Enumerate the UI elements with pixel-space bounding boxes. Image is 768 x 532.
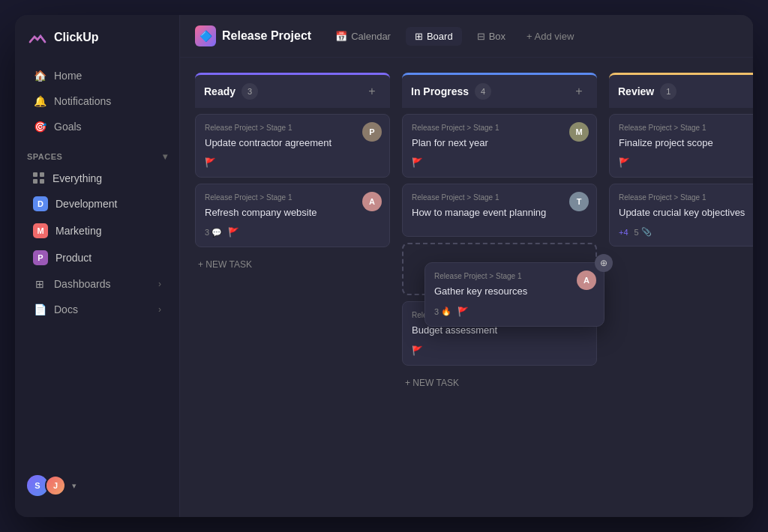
sidebar: ClickUp 🏠 Home 🔔 Notifications 🎯 Goals S…: [15, 15, 180, 517]
card-meta: Release Project > Stage 1: [619, 193, 753, 202]
user-dropdown-icon: ▾: [72, 481, 76, 491]
add-view-button[interactable]: + Add view: [520, 27, 580, 46]
new-task-button-ready[interactable]: + NEW TASK: [195, 253, 390, 276]
app-window: ClickUp 🏠 Home 🔔 Notifications 🎯 Goals S…: [15, 15, 753, 517]
product-badge: P: [33, 250, 48, 265]
column-inprogress-cards: Release Project > Stage 1 Plan for next …: [402, 108, 597, 372]
tab-calendar[interactable]: 📅 Calendar: [326, 27, 400, 46]
chevron-right-icon-docs: ›: [158, 304, 161, 315]
flag-icon-orange: 🚩: [412, 157, 423, 168]
tooltip-card-title: Gather key resources: [434, 285, 595, 298]
sidebar-item-marketing-label: Marketing: [56, 225, 101, 237]
card-meta: Release Project > Stage 1: [205, 193, 380, 202]
chevron-down-icon[interactable]: ▾: [163, 151, 168, 162]
tab-calendar-label: Calendar: [351, 31, 391, 42]
column-inprogress: In Progress 4 + Release Project > Stage …: [402, 73, 597, 394]
tooltip-stat: 3 🔥: [434, 306, 452, 316]
sidebar-item-marketing[interactable]: M Marketing: [21, 218, 173, 244]
sidebar-item-docs[interactable]: 📄 Docs ›: [21, 297, 173, 321]
card-avatar: P: [362, 122, 382, 142]
card-title: How to manage event planning: [412, 206, 587, 220]
bell-icon: 🔔: [33, 95, 46, 107]
sidebar-item-product[interactable]: P Product: [21, 245, 173, 270]
column-review: Review 1 + Release Project > Stage 1 Fin…: [609, 73, 753, 253]
card-extra-stat: +4: [619, 228, 628, 237]
card-avatar: M: [569, 122, 589, 142]
card-title: Update contractor agreement: [205, 136, 380, 150]
task-card-update-contractor[interactable]: Release Project > Stage 1 Update contrac…: [195, 114, 390, 178]
column-review-cards: Release Project > Stage 1 Finalize proje…: [609, 108, 753, 253]
column-ready-add-button[interactable]: +: [363, 82, 381, 100]
task-card-plan-next-year[interactable]: Release Project > Stage 1 Plan for next …: [402, 114, 597, 178]
column-review-count: 1: [660, 83, 676, 100]
column-review-title: Review: [618, 85, 654, 97]
logo[interactable]: ClickUp: [15, 27, 179, 63]
topbar: 🔷 Release Project 📅 Calendar ⊞ Board ⊟ B…: [180, 15, 753, 58]
marketing-badge: M: [33, 223, 48, 238]
column-inprogress-count: 4: [475, 83, 491, 100]
fire-icon: 🔥: [441, 306, 452, 316]
card-stat-count: 3 💬: [205, 228, 222, 238]
sidebar-item-docs-label: Docs: [54, 303, 78, 315]
board-icon: ⊞: [415, 31, 423, 42]
grid-icon: [33, 172, 45, 184]
column-ready-cards: Release Project > Stage 1 Update contrac…: [195, 108, 390, 253]
sidebar-item-development-label: Development: [56, 198, 118, 210]
card-footer: 3 💬 🚩: [205, 227, 380, 238]
sidebar-item-dashboards-label: Dashboards: [54, 278, 111, 290]
column-ready-header: Ready 3 +: [195, 73, 390, 108]
new-task-button-inprogress[interactable]: + NEW TASK: [402, 372, 597, 394]
flag-icon-green: 🚩: [228, 227, 239, 238]
tooltip-gather-resources[interactable]: ⊕ Release Project > Stage 1 Gather key r…: [424, 262, 604, 326]
main-content: 🔷 Release Project 📅 Calendar ⊞ Board ⊟ B…: [180, 15, 753, 517]
calendar-icon: 📅: [335, 31, 347, 42]
sidebar-item-everything[interactable]: Everything: [21, 167, 173, 190]
card-title: Update crucial key objectives: [619, 206, 753, 220]
task-card-finalize-scope[interactable]: Release Project > Stage 1 Finalize proje…: [609, 114, 753, 178]
sidebar-item-goals[interactable]: 🎯 Goals: [21, 115, 173, 139]
home-icon: 🏠: [33, 70, 46, 82]
card-footer: +4 5 📎: [619, 227, 753, 237]
sidebar-item-notifications-label: Notifications: [54, 95, 111, 107]
logo-text: ClickUp: [54, 31, 99, 44]
spaces-section-label: Spaces ▾: [15, 139, 179, 166]
flag-icon-orange: 🚩: [205, 157, 216, 168]
column-ready: Ready 3 + Release Project > Stage 1 Upda…: [195, 73, 390, 276]
card-title: Finalize project scope: [619, 136, 753, 150]
task-card-key-objectives[interactable]: Release Project > Stage 1 Update crucial…: [609, 184, 753, 247]
dashboard-icon: ⊞: [33, 278, 46, 290]
sidebar-item-dashboards[interactable]: ⊞ Dashboards ›: [21, 272, 173, 296]
tab-box[interactable]: ⊟ Box: [468, 27, 514, 46]
docs-icon: 📄: [33, 303, 46, 315]
column-inprogress-title: In Progress: [411, 85, 469, 97]
tab-box-label: Box: [489, 31, 506, 42]
card-meta: Release Project > Stage 1: [412, 193, 587, 202]
sidebar-item-home[interactable]: 🏠 Home: [21, 64, 173, 88]
task-card-refresh-website[interactable]: Release Project > Stage 1 Refresh compan…: [195, 184, 390, 247]
target-icon: 🎯: [33, 121, 46, 133]
column-ready-count: 3: [242, 83, 258, 100]
flag-icon-orange: 🚩: [412, 345, 423, 356]
project-icon: 🔷: [195, 25, 216, 46]
sidebar-item-everything-label: Everything: [52, 172, 102, 184]
card-footer: 🚩: [412, 345, 587, 356]
flag-green-icon: 🚩: [458, 306, 469, 317]
tab-board-label: Board: [427, 31, 453, 42]
flag-icon-orange: 🚩: [619, 157, 630, 168]
sidebar-item-notifications[interactable]: 🔔 Notifications: [21, 89, 173, 113]
user-menu[interactable]: S J ▾: [15, 466, 179, 505]
column-inprogress-add-button[interactable]: +: [570, 82, 588, 100]
sidebar-item-development[interactable]: D Development: [21, 191, 173, 217]
task-card-event-planning[interactable]: Release Project > Stage 1 How to manage …: [402, 184, 597, 237]
move-icon[interactable]: ⊕: [595, 254, 613, 272]
avatar-j: J: [45, 475, 66, 496]
tooltip-card-meta: Release Project > Stage 1: [434, 272, 595, 280]
card-footer: 🚩: [205, 157, 380, 168]
stat-number: 3: [205, 228, 209, 237]
clip-icon: 📎: [641, 227, 652, 237]
card-meta: Release Project > Stage 1: [205, 124, 380, 132]
box-icon: ⊟: [477, 31, 485, 42]
tab-board[interactable]: ⊞ Board: [406, 27, 462, 46]
avatar-j-inner: J: [46, 477, 64, 495]
card-footer: 🚩: [412, 157, 587, 168]
